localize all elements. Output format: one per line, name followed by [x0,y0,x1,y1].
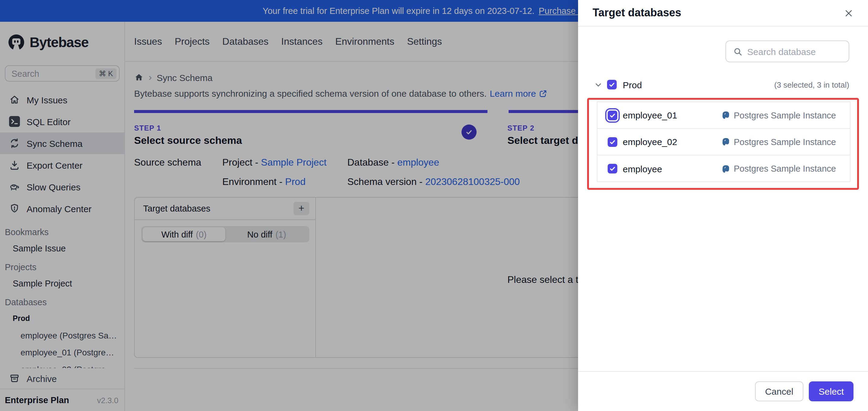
instance-info: Postgres Sample Instance [721,137,836,147]
search-icon [733,47,742,56]
database-name: employee_02 [623,137,721,147]
row-checkbox[interactable] [608,110,617,120]
database-row-employee-01[interactable]: employee_01 Postgres Sample Instance [597,102,850,129]
target-databases-drawer: Target databases Search database [578,0,868,411]
app-root: Your free trial for Enterprise Plan will… [0,0,868,411]
row-checkbox[interactable] [608,164,617,173]
database-row-employee[interactable]: employee Postgres Sample Instance [597,155,850,182]
group-name: Prod [623,80,642,90]
instance-info: Postgres Sample Instance [721,110,836,120]
drawer-footer: Cancel Select [578,371,868,411]
cancel-button[interactable]: Cancel [755,381,803,401]
drawer-title: Target databases [593,7,681,19]
drawer-header: Target databases [578,0,868,27]
select-button[interactable]: Select [809,381,854,401]
instance-info: Postgres Sample Instance [721,164,836,173]
postgres-icon [721,111,730,120]
database-row-employee-02[interactable]: employee_02 Postgres Sample Instance [597,129,850,155]
postgres-icon [721,137,730,146]
environment-group-row: Prod (3 selected, 3 in total) [594,76,849,93]
selection-summary: (3 selected, 3 in total) [774,80,849,89]
close-icon[interactable] [844,8,854,18]
instance-name: Postgres Sample Instance [734,110,836,120]
database-search-input[interactable]: Search database [725,40,849,62]
postgres-icon [721,164,730,173]
row-checkbox[interactable] [608,137,617,147]
instance-name: Postgres Sample Instance [734,164,836,173]
chevron-down-icon[interactable] [594,81,602,89]
database-list: employee_01 Postgres Sample Instance emp… [597,101,850,182]
database-name: employee_01 [623,110,721,120]
group-checkbox[interactable] [607,80,617,89]
database-name: employee [623,164,721,174]
database-search-placeholder: Search database [747,46,816,57]
instance-name: Postgres Sample Instance [734,137,836,147]
